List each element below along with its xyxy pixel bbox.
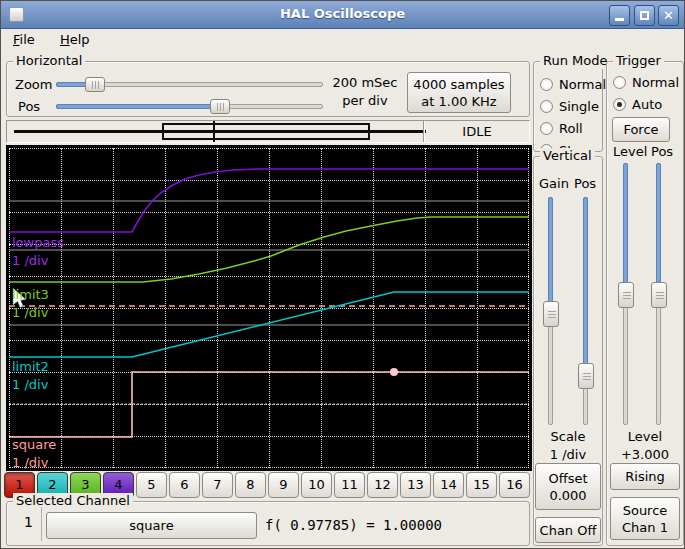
radio-label: Normal [632, 75, 679, 90]
samples-line1: 4000 samples [408, 76, 510, 93]
run-mode-frame: Run Mode NormalSingleRollStop [533, 61, 603, 152]
radio-icon [540, 100, 553, 113]
square-channel-label: square1 /div [12, 436, 56, 472]
close-button[interactable]: ✕ [658, 5, 679, 26]
channel-name: square [12, 436, 56, 454]
window-title: HAL Oscilloscope [1, 6, 684, 21]
menubar: File Help [1, 29, 684, 52]
trigger-source-line2: Chan 1 [611, 519, 679, 536]
run-mode-single-radio[interactable]: Single [540, 95, 599, 117]
record-view-window[interactable] [162, 123, 370, 140]
channel-button-13[interactable]: 13 [400, 472, 431, 498]
chan-off-button[interactable]: Chan Off [535, 517, 601, 543]
samples-button[interactable]: 4000 samples at 1.00 KHz [407, 72, 511, 113]
menu-help[interactable]: Help [51, 29, 99, 50]
menu-file[interactable]: File [4, 29, 44, 50]
gain-slider-label: Gain [539, 176, 569, 191]
scope-grid-area: lowpass1 /divlimit31 /divlimit21 /divsqu… [9, 148, 529, 468]
channel-scale: 1 /div [12, 376, 49, 394]
trigger-position-tick [213, 121, 215, 142]
titlebar[interactable]: HAL Oscilloscope ✕ [1, 1, 684, 29]
minimize-icon [615, 18, 624, 21]
run-mode-normal-radio[interactable]: Normal [540, 73, 606, 95]
samples-line2: at 1.00 KHz [408, 93, 510, 110]
channel-name: lowpass [12, 234, 64, 252]
radio-icon [613, 76, 626, 89]
channel-button-11[interactable]: 11 [334, 472, 365, 498]
vertical-pos-slider-thumb[interactable] [578, 363, 594, 389]
scale-value: 1 /div [533, 446, 603, 464]
run-mode-roll-radio[interactable]: Roll [540, 117, 583, 139]
channel-button-7[interactable]: 7 [202, 472, 233, 498]
limit2-channel-label: limit21 /div [12, 358, 49, 394]
vertical-pos-slider-label: Pos [574, 176, 596, 191]
time-scale-readout: 200 mSec per div [329, 74, 401, 110]
channel-scale: 1 /div [12, 454, 56, 472]
selected-channel-divider [41, 507, 42, 541]
trigger-auto-radio[interactable]: Auto [613, 93, 662, 115]
radio-label: Normal [559, 77, 606, 92]
time-scale-unit: per div [329, 92, 401, 110]
radio-icon [613, 98, 626, 111]
channel-button-14[interactable]: 14 [433, 472, 464, 498]
trigger-source-line1: Source [611, 502, 679, 519]
trigger-level-readout: Level +3.000 [606, 428, 684, 464]
channel-source-button[interactable]: square [46, 512, 257, 539]
radio-icon [540, 78, 553, 91]
maximize-icon [640, 11, 649, 20]
acquisition-status: IDLE [425, 124, 529, 139]
cursor-marker-dot[interactable] [390, 368, 398, 376]
cursor-readout: f( 0.97785) = 1.00000 [265, 517, 442, 533]
trigger-level-slider-fill [623, 163, 628, 295]
scope-display[interactable]: lowpass1 /divlimit31 /divlimit21 /divsqu… [6, 145, 532, 471]
channel-button-6[interactable]: 6 [169, 472, 200, 498]
channel-button-15[interactable]: 15 [466, 472, 497, 498]
trigger-pos-slider-label: Pos [651, 144, 673, 159]
vertical-frame-label: Vertical [540, 148, 595, 164]
close-icon: ✕ [659, 7, 678, 25]
maximize-button[interactable] [634, 5, 655, 26]
limit3-channel-label: limit31 /div [12, 286, 49, 322]
channel-button-12[interactable]: 12 [367, 472, 398, 498]
scale-title: Scale [533, 428, 603, 446]
radio-label: Single [559, 99, 599, 114]
trigger-edge-button[interactable]: Rising [610, 463, 680, 490]
channel-button-5[interactable]: 5 [136, 472, 167, 498]
horizontal-frame-label: Horizontal [13, 53, 85, 69]
trigger-level-slider-thumb[interactable] [618, 282, 634, 308]
channel-button-8[interactable]: 8 [235, 472, 266, 498]
horizontal-pos-slider-fill [56, 104, 220, 109]
gain-slider-fill [548, 197, 553, 314]
scope-traces [9, 148, 529, 468]
record-position-bar: IDLE [6, 120, 530, 143]
zoom-slider-thumb[interactable] [85, 77, 105, 92]
offset-button[interactable]: Offset 0.000 [535, 463, 601, 510]
run-mode-frame-label: Run Mode [540, 53, 610, 69]
vertical-pos-slider-fill [583, 197, 588, 376]
trigger-frame-label: Trigger [613, 53, 664, 69]
radio-label: Roll [559, 121, 583, 136]
selected-channel-number: 1 [24, 514, 33, 530]
trigger-normal-radio[interactable]: Normal [613, 71, 679, 93]
trigger-level-value: +3.000 [606, 446, 684, 464]
trigger-pos-slider-thumb[interactable] [651, 282, 667, 308]
channel-name: limit2 [12, 358, 49, 376]
offset-line2: 0.000 [536, 487, 600, 504]
radio-label: Auto [632, 97, 662, 112]
trigger-level-slider-label: Level [613, 144, 647, 159]
channel-button-16[interactable]: 16 [499, 472, 530, 498]
horizontal-pos-slider-thumb[interactable] [210, 99, 230, 114]
channel-button-9[interactable]: 9 [268, 472, 299, 498]
force-button[interactable]: Force [612, 117, 670, 142]
minimize-button[interactable] [609, 5, 630, 26]
channel-scale: 1 /div [12, 304, 49, 322]
trigger-pos-slider-fill [656, 163, 661, 295]
channel-button-10[interactable]: 10 [301, 472, 332, 498]
gain-slider-thumb[interactable] [543, 301, 559, 327]
vertical-scale-readout: Scale 1 /div [533, 428, 603, 464]
trigger-level-title: Level [606, 428, 684, 446]
channel-scale: 1 /div [12, 252, 64, 270]
trigger-source-button[interactable]: Source Chan 1 [610, 497, 680, 540]
selected-channel-frame-label: Selected Channel [13, 493, 133, 509]
offset-line1: Offset [536, 470, 600, 487]
